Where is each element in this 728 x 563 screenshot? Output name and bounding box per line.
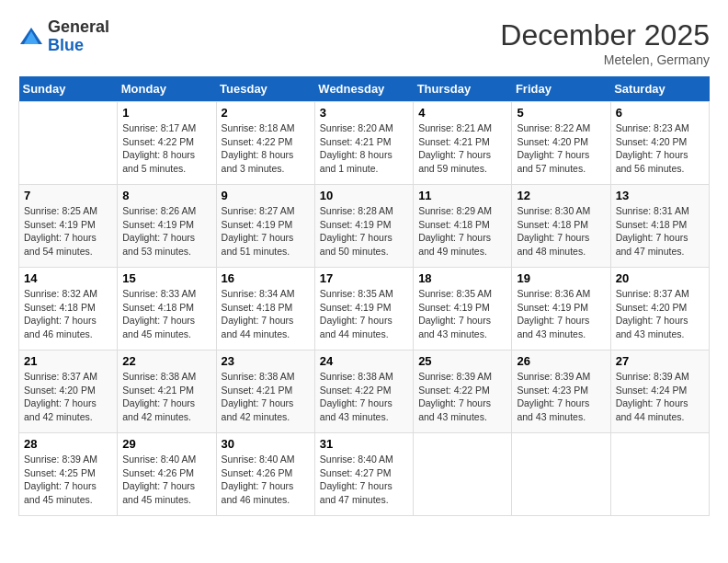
calendar-cell: 17Sunrise: 8:35 AMSunset: 4:19 PMDayligh… bbox=[314, 268, 413, 350]
day-number: 9 bbox=[222, 189, 310, 202]
calendar-cell: 24Sunrise: 8:38 AMSunset: 4:22 PMDayligh… bbox=[314, 350, 413, 433]
day-info: Sunrise: 8:20 AMSunset: 4:21 PMDaylight:… bbox=[320, 121, 408, 176]
day-number: 28 bbox=[24, 437, 112, 451]
day-number: 25 bbox=[418, 354, 506, 368]
calendar-cell: 22Sunrise: 8:38 AMSunset: 4:21 PMDayligh… bbox=[118, 350, 216, 433]
day-info: Sunrise: 8:27 AMSunset: 4:19 PMDaylight:… bbox=[222, 204, 310, 259]
day-info: Sunrise: 8:21 AMSunset: 4:21 PMDaylight:… bbox=[418, 121, 506, 176]
day-info: Sunrise: 8:22 AMSunset: 4:20 PMDaylight:… bbox=[517, 121, 605, 176]
day-number: 30 bbox=[222, 437, 310, 451]
calendar-table: SundayMondayTuesdayWednesdayThursdayFrid… bbox=[18, 76, 710, 516]
day-info: Sunrise: 8:39 AMSunset: 4:22 PMDaylight:… bbox=[418, 370, 506, 424]
calendar-cell: 10Sunrise: 8:28 AMSunset: 4:19 PMDayligh… bbox=[314, 185, 413, 268]
day-info: Sunrise: 8:34 AMSunset: 4:18 PMDaylight:… bbox=[222, 287, 310, 341]
day-info: Sunrise: 8:30 AMSunset: 4:18 PMDaylight:… bbox=[517, 204, 605, 259]
calendar-cell: 29Sunrise: 8:40 AMSunset: 4:26 PMDayligh… bbox=[118, 433, 216, 516]
calendar-cell: 18Sunrise: 8:35 AMSunset: 4:19 PMDayligh… bbox=[414, 268, 512, 350]
weekday-header-sunday: Sunday bbox=[19, 76, 118, 102]
calendar-week-4: 21Sunrise: 8:37 AMSunset: 4:20 PMDayligh… bbox=[19, 350, 710, 433]
day-number: 12 bbox=[517, 189, 605, 202]
day-number: 19 bbox=[517, 271, 605, 285]
day-info: Sunrise: 8:39 AMSunset: 4:25 PMDaylight:… bbox=[24, 453, 112, 507]
day-info: Sunrise: 8:29 AMSunset: 4:18 PMDaylight:… bbox=[418, 204, 506, 259]
weekday-header-wednesday: Wednesday bbox=[314, 76, 413, 102]
day-number: 26 bbox=[517, 354, 605, 368]
day-number: 17 bbox=[320, 271, 408, 285]
calendar-week-5: 28Sunrise: 8:39 AMSunset: 4:25 PMDayligh… bbox=[19, 433, 710, 516]
day-info: Sunrise: 8:37 AMSunset: 4:20 PMDaylight:… bbox=[616, 287, 704, 341]
day-number: 21 bbox=[24, 354, 112, 368]
day-info: Sunrise: 8:35 AMSunset: 4:19 PMDaylight:… bbox=[320, 287, 408, 341]
calendar-cell: 11Sunrise: 8:29 AMSunset: 4:18 PMDayligh… bbox=[414, 185, 512, 268]
calendar-cell: 25Sunrise: 8:39 AMSunset: 4:22 PMDayligh… bbox=[414, 350, 512, 433]
day-info: Sunrise: 8:18 AMSunset: 4:22 PMDaylight:… bbox=[222, 121, 310, 176]
day-number: 22 bbox=[122, 354, 210, 368]
day-info: Sunrise: 8:38 AMSunset: 4:21 PMDaylight:… bbox=[122, 370, 210, 424]
day-number: 7 bbox=[24, 189, 112, 202]
day-info: Sunrise: 8:31 AMSunset: 4:18 PMDaylight:… bbox=[616, 204, 704, 259]
day-info: Sunrise: 8:38 AMSunset: 4:22 PMDaylight:… bbox=[320, 370, 408, 424]
day-number: 16 bbox=[222, 271, 310, 285]
title-section: December 2025 Metelen, Germany bbox=[500, 18, 710, 67]
calendar-cell: 13Sunrise: 8:31 AMSunset: 4:18 PMDayligh… bbox=[610, 185, 709, 268]
day-number: 6 bbox=[616, 106, 704, 120]
calendar-cell: 30Sunrise: 8:40 AMSunset: 4:26 PMDayligh… bbox=[216, 433, 314, 516]
day-number: 10 bbox=[320, 189, 408, 202]
calendar-cell: 20Sunrise: 8:37 AMSunset: 4:20 PMDayligh… bbox=[610, 268, 709, 350]
calendar-cell: 31Sunrise: 8:40 AMSunset: 4:27 PMDayligh… bbox=[314, 433, 413, 516]
day-number: 15 bbox=[122, 271, 210, 285]
calendar-cell: 1Sunrise: 8:17 AMSunset: 4:22 PMDaylight… bbox=[118, 102, 216, 185]
day-number: 8 bbox=[122, 189, 210, 202]
weekday-header-tuesday: Tuesday bbox=[216, 76, 314, 102]
weekday-header-thursday: Thursday bbox=[414, 76, 512, 102]
calendar-cell: 14Sunrise: 8:32 AMSunset: 4:18 PMDayligh… bbox=[19, 268, 118, 350]
logo: General Blue bbox=[18, 18, 109, 55]
day-number: 31 bbox=[320, 437, 408, 451]
day-number: 14 bbox=[24, 271, 112, 285]
calendar-cell: 19Sunrise: 8:36 AMSunset: 4:19 PMDayligh… bbox=[512, 268, 610, 350]
calendar-cell: 7Sunrise: 8:25 AMSunset: 4:19 PMDaylight… bbox=[19, 185, 118, 268]
day-number: 4 bbox=[418, 106, 506, 120]
calendar-cell bbox=[512, 433, 610, 516]
logo-blue: Blue bbox=[48, 36, 84, 54]
day-info: Sunrise: 8:28 AMSunset: 4:19 PMDaylight:… bbox=[320, 204, 408, 259]
calendar-cell: 27Sunrise: 8:39 AMSunset: 4:24 PMDayligh… bbox=[610, 350, 709, 433]
calendar-cell: 26Sunrise: 8:39 AMSunset: 4:23 PMDayligh… bbox=[512, 350, 610, 433]
calendar-week-3: 14Sunrise: 8:32 AMSunset: 4:18 PMDayligh… bbox=[19, 268, 710, 350]
day-info: Sunrise: 8:38 AMSunset: 4:21 PMDaylight:… bbox=[222, 370, 310, 424]
weekday-header-monday: Monday bbox=[118, 76, 216, 102]
day-number: 23 bbox=[222, 354, 310, 368]
day-number: 3 bbox=[320, 106, 408, 120]
weekday-header-saturday: Saturday bbox=[610, 76, 709, 102]
day-number: 29 bbox=[122, 437, 210, 451]
calendar-cell: 15Sunrise: 8:33 AMSunset: 4:18 PMDayligh… bbox=[118, 268, 216, 350]
calendar-cell: 12Sunrise: 8:30 AMSunset: 4:18 PMDayligh… bbox=[512, 185, 610, 268]
day-info: Sunrise: 8:35 AMSunset: 4:19 PMDaylight:… bbox=[418, 287, 506, 341]
day-info: Sunrise: 8:40 AMSunset: 4:26 PMDaylight:… bbox=[222, 453, 310, 507]
day-number: 13 bbox=[616, 189, 704, 202]
day-info: Sunrise: 8:23 AMSunset: 4:20 PMDaylight:… bbox=[616, 121, 704, 176]
day-info: Sunrise: 8:40 AMSunset: 4:26 PMDaylight:… bbox=[122, 453, 210, 507]
day-info: Sunrise: 8:33 AMSunset: 4:18 PMDaylight:… bbox=[122, 287, 210, 341]
calendar-cell: 28Sunrise: 8:39 AMSunset: 4:25 PMDayligh… bbox=[19, 433, 118, 516]
logo-icon bbox=[18, 24, 44, 50]
calendar-cell: 6Sunrise: 8:23 AMSunset: 4:20 PMDaylight… bbox=[610, 102, 709, 185]
logo-general: General bbox=[48, 17, 109, 36]
day-number: 1 bbox=[122, 106, 210, 120]
calendar-cell bbox=[610, 433, 709, 516]
day-info: Sunrise: 8:40 AMSunset: 4:27 PMDaylight:… bbox=[320, 453, 408, 507]
weekday-header-row: SundayMondayTuesdayWednesdayThursdayFrid… bbox=[19, 76, 710, 102]
month-title: December 2025 bbox=[500, 18, 710, 52]
calendar-cell: 5Sunrise: 8:22 AMSunset: 4:20 PMDaylight… bbox=[512, 102, 610, 185]
day-info: Sunrise: 8:26 AMSunset: 4:19 PMDaylight:… bbox=[122, 204, 210, 259]
day-info: Sunrise: 8:17 AMSunset: 4:22 PMDaylight:… bbox=[122, 121, 210, 176]
logo-text: General Blue bbox=[48, 18, 109, 55]
calendar-cell: 16Sunrise: 8:34 AMSunset: 4:18 PMDayligh… bbox=[216, 268, 314, 350]
calendar-cell: 4Sunrise: 8:21 AMSunset: 4:21 PMDaylight… bbox=[414, 102, 512, 185]
calendar-cell: 21Sunrise: 8:37 AMSunset: 4:20 PMDayligh… bbox=[19, 350, 118, 433]
day-number: 27 bbox=[616, 354, 704, 368]
day-info: Sunrise: 8:37 AMSunset: 4:20 PMDaylight:… bbox=[24, 370, 112, 424]
day-info: Sunrise: 8:25 AMSunset: 4:19 PMDaylight:… bbox=[24, 204, 112, 259]
calendar-cell: 23Sunrise: 8:38 AMSunset: 4:21 PMDayligh… bbox=[216, 350, 314, 433]
calendar-week-2: 7Sunrise: 8:25 AMSunset: 4:19 PMDaylight… bbox=[19, 185, 710, 268]
